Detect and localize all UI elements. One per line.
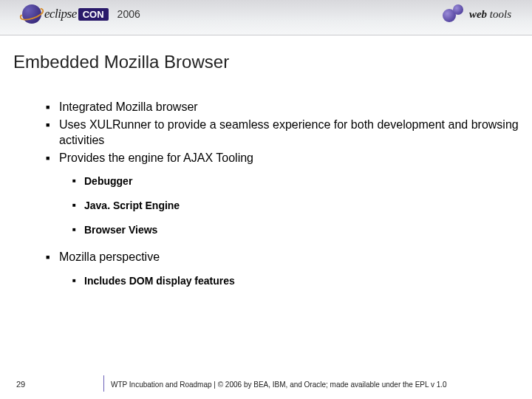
con-badge: CON [78, 8, 109, 21]
page-number: 29 [16, 380, 25, 389]
sub-bullet-item: Browser Views [72, 223, 532, 237]
slide-title: Embedded Mozilla Browser [13, 52, 532, 72]
eclipsecon-logo: eclipse CON 2006 [22, 4, 140, 24]
slide-footer: 29 WTP Incubation and Roadmap | © 2006 b… [0, 369, 532, 392]
bullet-item: Integrated Mozilla browser [46, 99, 532, 115]
footer-text: WTP Incubation and Roadmap | © 2006 by B… [111, 381, 447, 389]
conference-year: 2006 [117, 8, 140, 20]
bullet-list-sub: Includes DOM display features [72, 274, 532, 288]
bullet-list-main: Integrated Mozilla browser Uses XULRunne… [46, 99, 532, 166]
slide-header: eclipse CON 2006 web tools [0, 0, 532, 35]
webtools-logo: web tools [443, 3, 511, 25]
webtools-logo-text: web tools [469, 8, 511, 21]
eclipse-logo-text: eclipse [44, 7, 77, 21]
bullet-item: Mozilla perspective [46, 249, 532, 265]
gears-icon [443, 3, 465, 25]
bullet-list-sub: Debugger Java. Script Engine Browser Vie… [72, 174, 532, 237]
sub-bullet-item: Java. Script Engine [72, 199, 532, 213]
bullet-list-main: Mozilla perspective [46, 249, 532, 265]
bullet-item: Uses XULRunner to provide a seamless exp… [46, 117, 532, 149]
sub-bullet-item: Debugger [72, 174, 532, 188]
eclipse-orb-icon [22, 4, 41, 24]
footer-divider [103, 375, 104, 392]
bullet-item: Provides the engine for AJAX Tooling [46, 150, 532, 166]
slide-content: Integrated Mozilla browser Uses XULRunne… [46, 99, 532, 288]
sub-bullet-item: Includes DOM display features [72, 274, 532, 288]
